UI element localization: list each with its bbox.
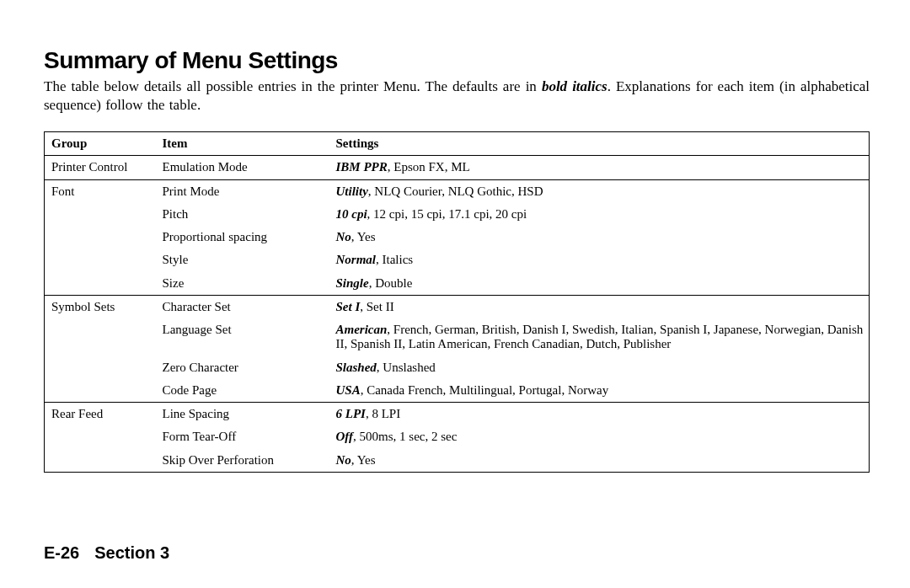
cell-group: Printer Control (45, 156, 156, 179)
default-value: 6 LPI (336, 407, 366, 420)
table-row: Style Normal, Italics (45, 249, 870, 271)
cell-settings: Single, Double (329, 272, 870, 296)
other-values: , French, German, British, Danish I, Swe… (336, 323, 864, 350)
cell-item: Zero Character (156, 356, 329, 379)
table-row: Size Single, Double (45, 272, 870, 296)
other-values: , Yes (351, 453, 376, 467)
table-row: Code Page USA, Canada French, Multilingu… (45, 379, 870, 403)
default-value: No (336, 230, 351, 243)
cell-settings: Slashed, Unslashed (329, 356, 870, 379)
cell-group (45, 449, 156, 473)
other-values: , 12 cpi, 15 cpi, 17.1 cpi, 20 cpi (367, 207, 527, 221)
page-title: Summary of Menu Settings (44, 47, 870, 74)
cell-item: Character Set (156, 295, 329, 318)
cell-settings: USA, Canada French, Multilingual, Portug… (329, 379, 870, 403)
default-value: Off (336, 430, 354, 443)
cell-item: Size (156, 272, 329, 296)
table-row: Zero Character Slashed, Unslashed (45, 356, 870, 379)
other-values: , Italics (376, 253, 413, 266)
settings-table: Group Item Settings Printer Control Emul… (44, 131, 870, 473)
cell-item: Print Mode (156, 179, 329, 203)
table-row: Form Tear-Off Off, 500ms, 1 sec, 2 sec (45, 425, 870, 448)
document-page: Summary of Menu Settings The table below… (0, 0, 910, 588)
default-value: Single (336, 276, 369, 290)
cell-settings: IBM PPR, Epson FX, ML (329, 156, 870, 179)
table-row: Printer Control Emulation Mode IBM PPR, … (45, 156, 870, 179)
intro-text-pre: The table below details all possible ent… (44, 78, 542, 94)
settings-table-body: Printer Control Emulation Mode IBM PPR, … (45, 156, 870, 473)
other-values: , 500ms, 1 sec, 2 sec (353, 430, 457, 443)
cell-group: Rear Feed (45, 403, 156, 426)
cell-item: Form Tear-Off (156, 425, 329, 448)
table-row: Proportional spacing No, Yes (45, 226, 870, 249)
cell-item: Line Spacing (156, 403, 329, 426)
table-row: Skip Over Perforation No, Yes (45, 449, 870, 473)
header-item: Item (156, 132, 329, 156)
intro-paragraph: The table below details all possible ent… (44, 78, 870, 115)
table-row: Language Set American, French, German, B… (45, 318, 870, 356)
page-footer: E-26Section 3 (44, 543, 169, 563)
cell-settings: Utility, NLQ Courier, NLQ Gothic, HSD (329, 179, 870, 203)
header-settings: Settings (329, 132, 870, 156)
cell-group (45, 425, 156, 448)
cell-item: Skip Over Perforation (156, 449, 329, 473)
default-value: 10 cpi (336, 207, 367, 221)
default-value: Slashed (336, 361, 377, 374)
other-values: , Yes (351, 230, 376, 243)
table-header-row: Group Item Settings (45, 132, 870, 156)
other-values: , Set II (360, 300, 393, 313)
cell-item: Pitch (156, 203, 329, 226)
other-values: , Epson FX, ML (388, 160, 470, 174)
cell-group: Symbol Sets (45, 295, 156, 318)
cell-group (45, 356, 156, 379)
other-values: , 8 LPI (366, 407, 400, 420)
other-values: , Canada French, Multilingual, Portugal,… (361, 383, 609, 397)
cell-settings: American, French, German, British, Danis… (329, 318, 870, 356)
table-row: Rear Feed Line Spacing 6 LPI, 8 LPI (45, 403, 870, 426)
cell-group (45, 249, 156, 271)
default-value: American (336, 323, 388, 336)
cell-group: Font (45, 179, 156, 203)
cell-item: Language Set (156, 318, 329, 356)
cell-settings: Off, 500ms, 1 sec, 2 sec (329, 425, 870, 448)
cell-group (45, 226, 156, 249)
other-values: , NLQ Courier, NLQ Gothic, HSD (368, 184, 543, 198)
table-row: Font Print Mode Utility, NLQ Courier, NL… (45, 179, 870, 203)
cell-group (45, 203, 156, 226)
cell-settings: Set I, Set II (329, 295, 870, 318)
cell-item: Proportional spacing (156, 226, 329, 249)
cell-settings: Normal, Italics (329, 249, 870, 271)
intro-emphasis: bold italics (542, 78, 608, 94)
header-group: Group (45, 132, 156, 156)
default-value: No (336, 453, 351, 467)
other-values: , Unslashed (377, 361, 436, 374)
cell-settings: No, Yes (329, 226, 870, 249)
table-row: Symbol Sets Character Set Set I, Set II (45, 295, 870, 318)
cell-group (45, 379, 156, 403)
default-value: Normal (336, 253, 377, 266)
cell-settings: 6 LPI, 8 LPI (329, 403, 870, 426)
default-value: USA (336, 383, 361, 397)
cell-settings: 10 cpi, 12 cpi, 15 cpi, 17.1 cpi, 20 cpi (329, 203, 870, 226)
footer-section: Section 3 (94, 543, 169, 562)
cell-item: Style (156, 249, 329, 271)
cell-item: Emulation Mode (156, 156, 329, 179)
other-values: , Double (369, 276, 413, 290)
default-value: IBM PPR (336, 160, 388, 174)
default-value: Utility (336, 184, 368, 198)
table-row: Pitch 10 cpi, 12 cpi, 15 cpi, 17.1 cpi, … (45, 203, 870, 226)
cell-group (45, 318, 156, 356)
cell-settings: No, Yes (329, 449, 870, 473)
cell-group (45, 272, 156, 296)
cell-item: Code Page (156, 379, 329, 403)
footer-page: E-26 (44, 543, 79, 562)
default-value: Set I (336, 300, 361, 313)
